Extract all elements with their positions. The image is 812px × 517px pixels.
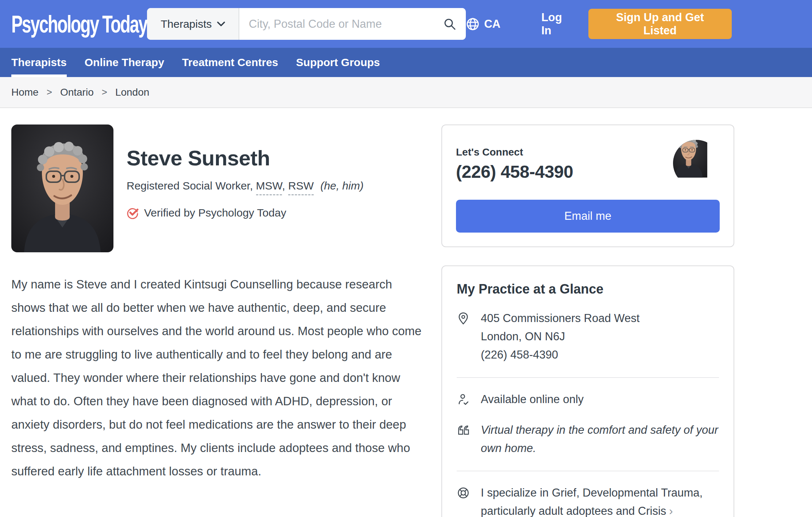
search-input[interactable] xyxy=(249,18,443,31)
availability-text: Available online only xyxy=(481,390,584,409)
profile-heading-block: Steve Sunseth Registered Social Worker, … xyxy=(127,125,364,252)
profile-column: Steve Sunseth Registered Social Worker, … xyxy=(11,125,424,517)
profile-photo xyxy=(11,125,113,252)
connect-info: Let's Connect (226) 458-4390 xyxy=(456,140,573,182)
quote-icon xyxy=(457,424,470,437)
specialty-row[interactable]: I specialize in Grief, Developmental Tra… xyxy=(457,484,719,517)
search-input-area xyxy=(239,8,466,40)
nav-item-support-groups[interactable]: Support Groups xyxy=(296,48,380,77)
nav-item-therapists[interactable]: Therapists xyxy=(11,48,67,77)
email-me-button[interactable]: Email me xyxy=(456,200,720,233)
credential-rsw[interactable]: RSW xyxy=(288,180,314,195)
pronouns: (he, him) xyxy=(320,180,363,192)
verified-text: Verified by Psychology Today xyxy=(144,207,286,219)
credential-separator: , xyxy=(282,180,285,192)
breadcrumb-separator: > xyxy=(47,87,52,98)
search-category-dropdown[interactable]: Therapists xyxy=(147,8,239,40)
chevron-down-icon xyxy=(217,22,225,27)
divider xyxy=(457,377,719,378)
practice-quote: Virtual therapy in the comfort and safet… xyxy=(481,421,719,457)
sidebar-column: Let's Connect (226) 458-4390 Email me My… xyxy=(441,125,734,517)
nav-item-treatment-centres[interactable]: Treatment Centres xyxy=(182,48,278,77)
phone-number[interactable]: (226) 458-4390 xyxy=(456,162,573,182)
divider xyxy=(457,471,719,471)
main-content: Steve Sunseth Registered Social Worker, … xyxy=(0,108,812,517)
verified-check-icon xyxy=(127,207,139,219)
region-selector[interactable]: CA xyxy=(466,17,500,31)
search-category-label: Therapists xyxy=(161,18,212,30)
header-actions: CA Log In Sign Up and Get Listed xyxy=(466,9,732,39)
nav-item-online-therapy[interactable]: Online Therapy xyxy=(85,48,164,77)
availability-row: Available online only xyxy=(457,390,719,409)
practice-phone[interactable]: (226) 458-4390 xyxy=(481,346,639,364)
credentials-prefix: Registered Social Worker, xyxy=(127,180,253,192)
page-title: Steve Sunseth xyxy=(127,146,364,170)
breadcrumb-london: London xyxy=(115,87,149,98)
breadcrumb: Home > Ontario > London xyxy=(0,77,812,108)
specialty-text: I specialize in Grief, Developmental Tra… xyxy=(481,484,719,517)
search-bar: Therapists xyxy=(147,8,466,40)
signup-button[interactable]: Sign Up and Get Listed xyxy=(588,9,732,39)
search-icon[interactable] xyxy=(443,18,456,31)
connect-title: Let's Connect xyxy=(456,140,573,158)
avatar xyxy=(673,140,720,187)
credential-msw[interactable]: MSW xyxy=(256,180,282,195)
life-ring-icon xyxy=(457,486,470,499)
verified-badge: Verified by Psychology Today xyxy=(127,207,364,219)
breadcrumb-home[interactable]: Home xyxy=(11,87,39,98)
breadcrumb-separator: > xyxy=(102,87,107,98)
address-block: 405 Commissioners Road West London, ON N… xyxy=(481,309,639,364)
connect-card-top: Let's Connect (226) 458-4390 xyxy=(456,140,720,187)
location-pin-icon xyxy=(457,312,470,325)
top-header: Psychology Today Therapists CA xyxy=(0,0,812,48)
address-row: 405 Commissioners Road West London, ON N… xyxy=(457,309,719,364)
globe-icon xyxy=(466,17,480,31)
chevron-right-icon: › xyxy=(669,505,673,517)
profile-header: Steve Sunseth Registered Social Worker, … xyxy=(11,125,424,252)
connect-card: Let's Connect (226) 458-4390 Email me xyxy=(441,125,734,247)
address-line-1: 405 Commissioners Road West xyxy=(481,309,639,328)
primary-nav: Therapists Online Therapy Treatment Cent… xyxy=(0,48,812,77)
address-line-2: London, ON N6J xyxy=(481,328,639,346)
bio-paragraph: My name is Steve and I created Kintsugi … xyxy=(11,273,422,483)
practice-card-title: My Practice at a Glance xyxy=(457,282,719,297)
region-label: CA xyxy=(484,18,500,31)
credentials-line: Registered Social Worker, MSW, RSW (he, … xyxy=(127,180,364,192)
psychology-today-logo[interactable]: Psychology Today xyxy=(11,9,140,38)
person-check-icon xyxy=(457,393,470,406)
quote-row: Virtual therapy in the comfort and safet… xyxy=(457,421,719,457)
breadcrumb-ontario[interactable]: Ontario xyxy=(60,87,94,98)
practice-card: My Practice at a Glance 405 Commissioner… xyxy=(441,265,734,517)
login-link[interactable]: Log In xyxy=(541,11,574,37)
